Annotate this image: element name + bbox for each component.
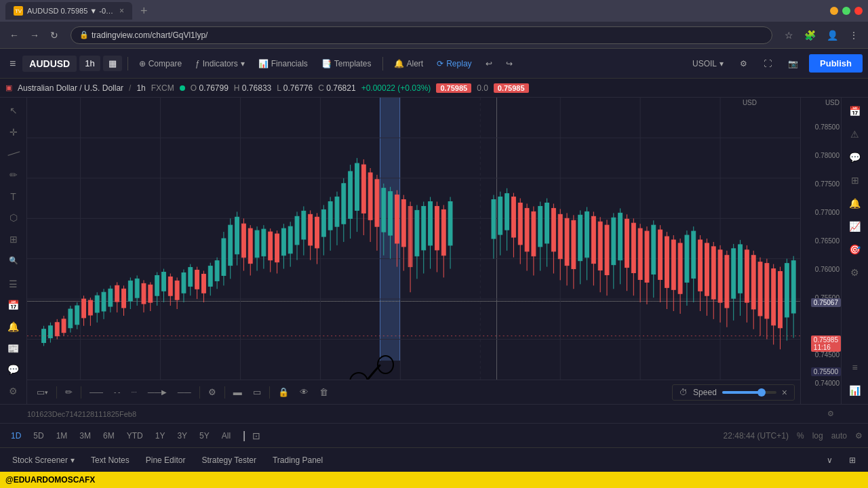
tf-5y[interactable]: 5Y xyxy=(194,428,215,443)
tf-6m[interactable]: 6M xyxy=(98,428,120,443)
line3-button[interactable]: ··· xyxy=(127,386,140,398)
forward-button[interactable]: → xyxy=(26,27,43,43)
fill-tool-button[interactable]: ▬ xyxy=(229,385,246,399)
settings-right-icon[interactable]: ⚙ xyxy=(844,262,866,283)
pen-tool-button[interactable]: ✏ xyxy=(61,385,77,399)
orders-right-icon[interactable]: ≡ xyxy=(844,357,866,378)
line2-button[interactable]: - - xyxy=(110,386,124,398)
tf-1d[interactable]: 1D xyxy=(5,428,26,443)
log-label[interactable]: log xyxy=(812,431,823,441)
select-tool-button[interactable]: ▭▾ xyxy=(33,385,52,399)
settings-button[interactable]: ⚙ xyxy=(734,56,753,71)
watchlist-icon[interactable]: ☰ xyxy=(3,274,24,294)
indicators-button[interactable]: ƒ Indicators ▾ xyxy=(190,56,250,71)
time-settings-icon[interactable]: ⚙ xyxy=(827,409,834,418)
svg-rect-152 xyxy=(532,211,536,256)
trash-tool-button[interactable]: 🗑 xyxy=(315,385,332,399)
trend-right-icon[interactable]: 📈 xyxy=(844,216,866,237)
line5-button[interactable]: —— xyxy=(174,386,195,398)
text-notes-button[interactable]: Text Notes xyxy=(84,453,136,468)
draw-tool[interactable]: ✏ xyxy=(3,165,24,185)
speed-slider[interactable] xyxy=(722,391,776,394)
alert-button[interactable]: 🔔 Alert xyxy=(389,56,429,71)
chat-right-icon[interactable]: 💬 xyxy=(844,146,866,168)
timeframe-button[interactable]: 1h xyxy=(79,56,100,71)
tf-all[interactable]: All xyxy=(216,428,236,443)
zoom-tool[interactable]: 🔍 xyxy=(3,251,24,271)
menu-button[interactable]: ⋮ xyxy=(845,27,863,43)
new-tab-button[interactable]: + xyxy=(140,4,148,18)
bell-right-icon[interactable]: 🔔 xyxy=(844,192,866,214)
alert-sidebar-icon[interactable]: 🔔 xyxy=(3,317,24,337)
border-tool-button[interactable]: ▭ xyxy=(249,385,265,399)
back-button[interactable]: ← xyxy=(5,27,23,43)
collapse-panel-button[interactable]: ∨ xyxy=(820,453,840,468)
eye-tool-button[interactable]: 👁 xyxy=(296,385,313,399)
chat-icon[interactable]: 💬 xyxy=(3,360,24,380)
tf-5d[interactable]: 5D xyxy=(28,428,49,443)
chart-type-button[interactable]: ▦ xyxy=(103,56,122,71)
bookmark-button[interactable]: ☆ xyxy=(781,27,797,43)
time-label-feb: Feb xyxy=(119,410,132,418)
grid-panel-button[interactable]: ⊞ xyxy=(842,453,863,468)
fullscreen-button[interactable]: ⛶ xyxy=(758,56,777,71)
calendar-icon[interactable]: 📅 xyxy=(3,295,24,315)
close-button[interactable] xyxy=(854,7,863,15)
alert-icon: 🔔 xyxy=(394,59,404,68)
measurement-tool[interactable]: ⊞ xyxy=(3,229,24,249)
tf-3m[interactable]: 3M xyxy=(74,428,96,443)
pine-editor-button[interactable]: Pine Editor xyxy=(139,453,193,468)
strategy-tester-button[interactable]: Strategy Tester xyxy=(195,453,262,468)
line1-button[interactable]: —— xyxy=(85,386,107,398)
url-bar[interactable]: 🔒 tradingview.com/chart/GqVl1lyp/ xyxy=(71,26,772,44)
lock-tool-button[interactable]: 🔒 xyxy=(274,385,293,399)
speed-thumb[interactable] xyxy=(757,388,766,396)
browser-tab[interactable]: TV AUDUSD 0.75985 ▼ -0.25% | TradingView… xyxy=(5,2,132,20)
financials-button[interactable]: 📊 Financials xyxy=(253,56,313,71)
usoil-button[interactable]: USOIL ▾ xyxy=(687,56,729,71)
chart-canvas[interactable]: .candle-bull { fill: #26a69a; stroke: #2… xyxy=(27,98,800,380)
profile-button[interactable]: 👤 xyxy=(823,27,842,43)
text-tool[interactable]: T xyxy=(3,186,24,207)
tab-close-button[interactable]: × xyxy=(119,6,124,16)
tf-3y[interactable]: 3Y xyxy=(172,428,193,443)
undo-button[interactable]: ↩ xyxy=(480,56,498,71)
maximize-button[interactable] xyxy=(842,7,850,15)
data-right-icon[interactable]: ⊞ xyxy=(844,169,866,191)
portfolio-right-icon[interactable]: 📊 xyxy=(844,380,866,401)
extensions-button[interactable]: 🧩 xyxy=(800,27,820,43)
compare-button[interactable]: ⊕ Compare xyxy=(134,56,187,71)
calendar-right-icon[interactable]: 📅 xyxy=(844,100,866,122)
settings-tool-button[interactable]: ⚙ xyxy=(204,385,220,399)
line4-button[interactable]: ——▶ xyxy=(144,386,171,398)
minimize-button[interactable] xyxy=(830,7,838,15)
news-icon[interactable]: 📰 xyxy=(3,338,24,359)
target-right-icon[interactable]: 🎯 xyxy=(844,239,866,260)
tf-ytd[interactable]: YTD xyxy=(121,428,149,443)
speed-close-button[interactable]: × xyxy=(782,387,787,398)
templates-button[interactable]: 📑 Templates xyxy=(316,56,377,71)
redo-button[interactable]: ↪ xyxy=(500,56,518,71)
tf-1m[interactable]: 1M xyxy=(51,428,73,443)
ohlc-display: O 0.76799 H 0.76833 L 0.76776 C 0.76821 … xyxy=(191,83,431,93)
stock-screener-button[interactable]: Stock Screener ▾ xyxy=(5,453,81,468)
alert-right-icon[interactable]: ⚠ xyxy=(844,123,866,145)
replay-button[interactable]: ⟳ Replay xyxy=(431,56,477,71)
hamburger-menu[interactable]: ≡ xyxy=(5,55,20,73)
tf-1y[interactable]: 1Y xyxy=(150,428,171,443)
percent-label[interactable]: % xyxy=(797,431,804,441)
chart-area[interactable]: USD .candle-bull { fill: #26a69a; stroke… xyxy=(27,98,800,404)
publish-button[interactable]: Publish xyxy=(809,54,863,73)
symbol-button[interactable]: AUDUSD xyxy=(22,56,77,72)
compare-tf-icon[interactable]: ⊡ xyxy=(247,428,266,444)
pattern-tool[interactable]: ⬡ xyxy=(3,208,24,228)
trading-panel-button[interactable]: Trading Panel xyxy=(266,453,330,468)
settings-sidebar-icon[interactable]: ⚙ xyxy=(3,381,24,401)
footer-settings-icon[interactable]: ⚙ xyxy=(855,431,863,441)
camera-button[interactable]: 📷 xyxy=(783,56,804,71)
source-icon[interactable]: ▣ xyxy=(5,83,12,92)
trend-line-tool[interactable]: ╱ xyxy=(0,138,28,168)
cursor-tool[interactable]: ↖ xyxy=(3,100,24,121)
auto-label[interactable]: auto xyxy=(831,431,847,441)
refresh-button[interactable]: ↻ xyxy=(46,27,62,43)
